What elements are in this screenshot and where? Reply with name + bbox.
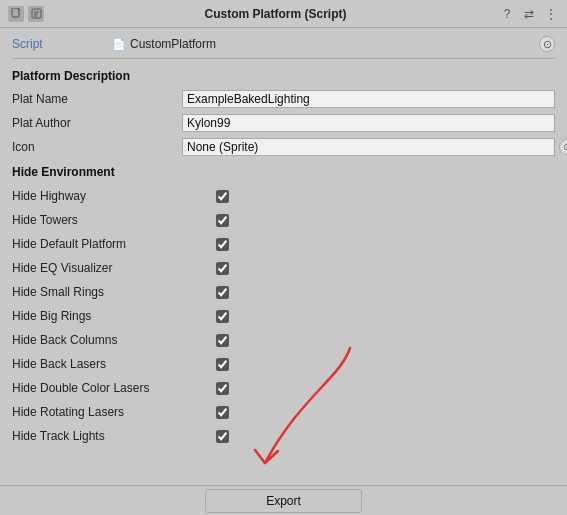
hide-track-lights-label: Hide Track Lights <box>12 429 212 443</box>
menu-icon[interactable]: ⋮ <box>543 6 559 22</box>
hide-rotating-lasers-row: Hide Rotating Lasers <box>12 401 555 423</box>
script-value: 📄 CustomPlatform <box>112 37 539 51</box>
hide-eq-visualizer-checkbox[interactable] <box>216 262 229 275</box>
hide-eq-visualizer-label: Hide EQ Visualizer <box>12 261 212 275</box>
hide-big-rings-row: Hide Big Rings <box>12 305 555 327</box>
hide-rotating-lasers-label: Hide Rotating Lasers <box>12 405 212 419</box>
hide-double-color-lasers-row: Hide Double Color Lasers <box>12 377 555 399</box>
hide-default-platform-label: Hide Default Platform <box>12 237 212 251</box>
titlebar: Custom Platform (Script) ? ⇄ ⋮ <box>0 0 567 28</box>
hide-eq-visualizer-row: Hide EQ Visualizer <box>12 257 555 279</box>
hide-towers-label: Hide Towers <box>12 213 212 227</box>
hide-big-rings-checkbox[interactable] <box>216 310 229 323</box>
hide-rotating-lasers-checkbox-wrapper <box>212 404 232 420</box>
export-bar: Export <box>0 485 567 515</box>
hide-back-columns-label: Hide Back Columns <box>12 333 212 347</box>
help-icon[interactable]: ? <box>499 6 515 22</box>
titlebar-actions: ? ⇄ ⋮ <box>499 6 559 22</box>
hide-eq-visualizer-checkbox-wrapper <box>212 260 232 276</box>
window: Custom Platform (Script) ? ⇄ ⋮ Script 📄 … <box>0 0 567 515</box>
icon-select-circle-btn[interactable]: ⊙ <box>559 139 567 155</box>
platform-description-section: Platform Description Plat Name Plat Auth… <box>12 69 555 157</box>
hide-back-lasers-checkbox-wrapper <box>212 356 232 372</box>
window-title: Custom Platform (Script) <box>52 7 499 21</box>
plat-name-row: Plat Name <box>12 89 555 109</box>
content-area: Script 📄 CustomPlatform ⊙ Platform Descr… <box>0 28 567 485</box>
hide-track-lights-row: Hide Track Lights <box>12 425 555 447</box>
plat-author-input[interactable] <box>182 114 555 132</box>
hide-back-lasers-checkbox[interactable] <box>216 358 229 371</box>
hide-track-lights-checkbox-wrapper <box>212 428 232 444</box>
hide-back-columns-checkbox-wrapper <box>212 332 232 348</box>
script-icon <box>28 6 44 22</box>
platform-description-title: Platform Description <box>12 69 555 83</box>
hide-double-color-lasers-checkbox[interactable] <box>216 382 229 395</box>
hide-towers-checkbox[interactable] <box>216 214 229 227</box>
script-value-icon: 📄 <box>112 38 126 51</box>
plat-author-row: Plat Author <box>12 113 555 133</box>
hide-towers-row: Hide Towers <box>12 209 555 231</box>
script-row: Script 📄 CustomPlatform ⊙ <box>12 36 555 59</box>
layout-icon[interactable]: ⇄ <box>521 6 537 22</box>
hide-small-rings-row: Hide Small Rings <box>12 281 555 303</box>
export-button[interactable]: Export <box>205 489 362 513</box>
icon-select[interactable]: None (Sprite) <box>182 138 555 156</box>
script-value-text: CustomPlatform <box>130 37 216 51</box>
plat-name-label: Plat Name <box>12 92 182 106</box>
hide-highway-checkbox[interactable] <box>216 190 229 203</box>
hide-default-platform-checkbox[interactable] <box>216 238 229 251</box>
hide-double-color-lasers-checkbox-wrapper <box>212 380 232 396</box>
hide-big-rings-label: Hide Big Rings <box>12 309 212 323</box>
hide-environment-section: Hide Environment Hide Highway Hide Tower… <box>12 165 555 447</box>
hide-highway-row: Hide Highway <box>12 185 555 207</box>
hide-back-lasers-row: Hide Back Lasers <box>12 353 555 375</box>
hide-default-platform-checkbox-wrapper <box>212 236 232 252</box>
hide-environment-title: Hide Environment <box>12 165 555 179</box>
file-icon <box>8 6 24 22</box>
hide-highway-label: Hide Highway <box>12 189 212 203</box>
hide-back-columns-checkbox[interactable] <box>216 334 229 347</box>
icon-row: Icon None (Sprite) ⊙ <box>12 137 555 157</box>
hide-default-platform-row: Hide Default Platform <box>12 233 555 255</box>
titlebar-icons <box>8 6 44 22</box>
script-label: Script <box>12 37 112 51</box>
plat-name-input[interactable] <box>182 90 555 108</box>
hide-big-rings-checkbox-wrapper <box>212 308 232 324</box>
hide-small-rings-checkbox-wrapper <box>212 284 232 300</box>
hide-double-color-lasers-label: Hide Double Color Lasers <box>12 381 212 395</box>
hide-back-lasers-label: Hide Back Lasers <box>12 357 212 371</box>
hide-back-columns-row: Hide Back Columns <box>12 329 555 351</box>
hide-track-lights-checkbox[interactable] <box>216 430 229 443</box>
hide-small-rings-checkbox[interactable] <box>216 286 229 299</box>
icon-label: Icon <box>12 140 182 154</box>
hide-small-rings-label: Hide Small Rings <box>12 285 212 299</box>
hide-highway-checkbox-wrapper <box>212 188 232 204</box>
hide-towers-checkbox-wrapper <box>212 212 232 228</box>
hide-rotating-lasers-checkbox[interactable] <box>216 406 229 419</box>
script-add-button[interactable]: ⊙ <box>539 36 555 52</box>
icon-select-wrapper: None (Sprite) ⊙ <box>182 138 555 156</box>
plat-author-label: Plat Author <box>12 116 182 130</box>
